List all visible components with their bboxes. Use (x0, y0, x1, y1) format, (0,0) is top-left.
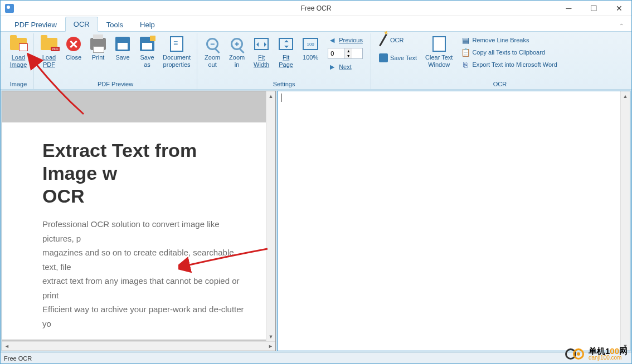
titlebar: Free OCR ─ ☐ ✕ (1, 1, 631, 16)
preview-heading: Extract Text from Image wOCR (42, 139, 249, 207)
watermark-title: 单机100网 (589, 347, 628, 355)
word-export-icon: ⎘ (461, 60, 470, 69)
folder-image-icon (9, 35, 27, 53)
fit-page-icon (277, 35, 295, 53)
spinner-up-icon[interactable]: ▲ (344, 48, 352, 53)
print-icon (89, 35, 107, 53)
document-properties-button[interactable]: Document properties (160, 33, 193, 70)
status-text: Free OCR (4, 355, 32, 362)
copy-all-button[interactable]: 📋 Copy all Texts to Clipboard (459, 47, 559, 58)
ribbon-group-image: Load Image Image (3, 33, 34, 89)
save-as-icon (138, 35, 156, 53)
ribbon: Load Image Image Load PDF Close Print (1, 32, 631, 90)
previous-page-button[interactable]: ◄ Previous (325, 35, 365, 46)
arrow-left-icon: ◄ (328, 36, 337, 45)
preview-paragraph: Professional OCR solution to convert ima… (42, 217, 249, 331)
text-output-pane: ▲ ▼ (277, 91, 630, 351)
tab-pdf-preview[interactable]: PDF Preview (6, 17, 65, 32)
preview-document: Extract Text from Image wOCR Professiona… (2, 122, 266, 340)
ribbon-group-ocr: OCR Save Text Clear Text Window ▤ Remov (371, 33, 629, 89)
scroll-up-icon[interactable]: ▲ (266, 91, 276, 101)
document-properties-icon (168, 35, 186, 53)
close-icon (65, 35, 82, 53)
page-spinner[interactable]: ▲▼ (328, 48, 363, 59)
window-title: Free OCR (301, 4, 332, 12)
app-icon (5, 4, 14, 13)
minimize-button[interactable]: ─ (556, 1, 581, 16)
save-text-button[interactable]: Save Text (377, 52, 419, 63)
close-button[interactable]: ✕ (606, 1, 631, 16)
maximize-button[interactable]: ☐ (581, 1, 606, 16)
tab-tools[interactable]: Tools (98, 17, 132, 32)
watermark-url: danji100.com (589, 355, 628, 361)
tab-ocr[interactable]: OCR (65, 17, 98, 32)
fit-width-icon (252, 35, 270, 53)
remove-breaks-icon: ▤ (461, 36, 470, 45)
text-cursor (281, 94, 281, 102)
ribbon-group-settings: − Zoom out + Zoom in Fit Width Fit Page … (197, 33, 371, 89)
zoom-100-button[interactable]: 100 100% (299, 33, 322, 63)
clipboard-icon: 📋 (461, 48, 470, 57)
ribbon-group-pdf-preview: Load PDF Close Print Save Save as (34, 33, 197, 89)
close-pdf-button[interactable]: Close (62, 33, 85, 63)
text-output-area[interactable] (278, 91, 620, 351)
tab-help[interactable]: Help (132, 17, 163, 32)
clear-text-button[interactable]: Clear Text Window (422, 33, 455, 70)
load-image-button[interactable]: Load Image (7, 33, 30, 70)
preview-scrollbar-horizontal[interactable]: ◄ ► (2, 341, 275, 351)
save-button[interactable]: Save (111, 33, 134, 63)
scroll-up-icon[interactable]: ▲ (621, 91, 630, 101)
statusbar: Free OCR (1, 352, 631, 363)
load-pdf-button[interactable]: Load PDF (37, 33, 61, 70)
next-page-button[interactable]: ► Next (325, 61, 365, 72)
save-icon (114, 35, 132, 53)
watermark: 单机100网 danji100.com (565, 347, 628, 361)
remove-line-breaks-button[interactable]: ▤ Remove Line Breaks (459, 35, 559, 46)
zoom-out-button[interactable]: − Zoom out (201, 33, 224, 70)
save-text-icon (379, 53, 388, 62)
clear-text-icon (430, 35, 448, 53)
print-button[interactable]: Print (86, 33, 110, 63)
export-word-button[interactable]: ⎘ Export Text into Microsoft Word (459, 59, 559, 70)
scroll-right-icon[interactable]: ► (266, 342, 275, 351)
zoom-100-icon: 100 (302, 35, 319, 53)
ocr-button[interactable]: OCR (377, 35, 419, 46)
folder-pdf-icon (40, 35, 58, 53)
scroll-left-icon[interactable]: ◄ (2, 342, 12, 351)
fit-page-button[interactable]: Fit Page (274, 33, 298, 70)
collapse-ribbon-icon[interactable]: ⌃ (617, 21, 626, 31)
preview-pane: Extract Text from Image wOCR Professiona… (2, 91, 276, 351)
wand-icon (379, 36, 388, 45)
spinner-down-icon[interactable]: ▼ (344, 53, 352, 58)
save-as-button[interactable]: Save as (135, 33, 159, 70)
page-input[interactable] (328, 50, 344, 57)
text-scrollbar-vertical[interactable]: ▲ ▼ (620, 91, 630, 351)
preview-scrollbar-vertical[interactable]: ▲ ▼ (266, 91, 275, 341)
zoom-in-button[interactable]: + Zoom in (225, 33, 249, 70)
content-area: Extract Text from Image wOCR Professiona… (1, 90, 631, 352)
arrow-right-icon: ► (328, 62, 337, 71)
fit-width-button[interactable]: Fit Width (250, 33, 273, 70)
preview-body: Extract Text from Image wOCR Professiona… (2, 91, 266, 341)
zoom-in-icon: + (228, 35, 246, 53)
watermark-logo-icon (565, 347, 586, 361)
scroll-down-icon[interactable]: ▼ (266, 332, 276, 341)
zoom-out-icon: − (203, 35, 221, 53)
menubar: PDF Preview OCR Tools Help ⌃ (1, 16, 631, 32)
